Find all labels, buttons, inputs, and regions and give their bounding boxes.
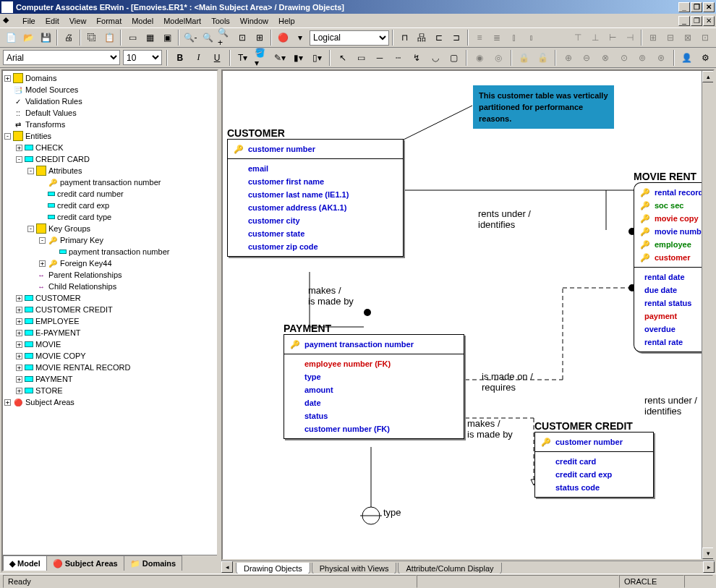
expand-toggle[interactable]: + [16, 341, 22, 348]
tree-node[interactable]: ↔Child Relationships [4, 281, 216, 292]
nonident-rel-tool[interactable]: ┄ [391, 50, 406, 66]
expand-toggle[interactable]: + [16, 388, 22, 394]
expand-toggle[interactable] [4, 122, 11, 128]
tree-node[interactable]: payment transaction number [4, 246, 216, 257]
expand-toggle[interactable]: + [16, 145, 22, 151]
expand-toggle[interactable]: + [16, 318, 22, 325]
annotation-note[interactable]: This customer table was vertically parti… [473, 85, 614, 129]
scroll-down-button[interactable]: ▾ [702, 547, 714, 559]
tree-node[interactable]: +MOVIE COPY [4, 350, 216, 362]
zoom-fit-button[interactable]: ⊡ [234, 30, 250, 46]
zoom-area-button[interactable]: ⊞ [252, 30, 268, 46]
tree-node[interactable]: ↔Parent Relationships [4, 269, 216, 281]
align-btn-5[interactable]: ⊤ [570, 30, 586, 46]
bold-button[interactable]: B [172, 50, 188, 66]
tree-node[interactable]: +MOVIE RENTAL RECORD [4, 362, 216, 373]
expand-toggle[interactable]: + [16, 376, 22, 383]
align-btn-4[interactable]: ⫾ [524, 30, 540, 46]
tree-node[interactable]: +MOVIE [4, 338, 216, 350]
model-tree[interactable]: +Domains📑Model Sources✓Validation Rules:… [3, 71, 217, 555]
expand-toggle[interactable] [4, 87, 11, 93]
mdi-close-button[interactable]: ✕ [703, 16, 715, 26]
tree-node[interactable]: -Entities [4, 130, 216, 142]
mm-btn-9[interactable]: ⊚ [634, 50, 650, 66]
tree-node[interactable]: +EMPLOYEE [4, 315, 216, 327]
many-rel-tool[interactable]: ↯ [409, 50, 425, 66]
line-color-button[interactable]: ✎▾ [272, 50, 288, 66]
copy-button[interactable]: ⿻ [84, 30, 100, 46]
text-color-button[interactable]: T▾ [235, 50, 251, 66]
tree-node[interactable]: ✓Validation Rules [4, 95, 216, 107]
sidebar-tab-model[interactable]: ◆Model [3, 555, 47, 571]
vertical-scrollbar[interactable]: ▴ ▾ [702, 71, 713, 559]
tree-node[interactable]: +CHECK [4, 142, 216, 153]
expand-toggle[interactable]: + [16, 307, 22, 313]
group-btn-4[interactable]: ⊡ [697, 30, 713, 46]
mm-btn-4[interactable]: 🔓 [534, 50, 550, 66]
mdi-restore-button[interactable]: ❐ [691, 16, 702, 26]
expand-toggle[interactable]: - [39, 237, 46, 244]
tree-node[interactable]: 📑Model Sources [4, 84, 216, 95]
diagram-btn-4[interactable]: ⊐ [448, 30, 464, 46]
zoom-normal-button[interactable]: 🔍 [200, 30, 216, 46]
tree-node[interactable]: +CUSTOMER CREDIT [4, 304, 216, 315]
menu-modelmart[interactable]: ModelMart [158, 15, 206, 27]
expand-toggle[interactable]: + [4, 399, 11, 406]
tree-node[interactable]: credit card exp [4, 200, 216, 211]
menu-help[interactable]: Help [273, 15, 300, 27]
tree-node[interactable]: 🔑payment transaction number [4, 176, 216, 188]
entity-tool[interactable]: ▭ [354, 50, 370, 66]
horizontal-scrollbar[interactable]: ◂ Drawing ObjectsPhysical with ViewsAttr… [221, 561, 715, 572]
tree-node[interactable]: +E-PAYMENT [4, 327, 216, 338]
help-button[interactable]: 👤 [679, 50, 695, 66]
canvas-tab-attribute-column-display[interactable]: Attribute/Column Display [398, 563, 501, 575]
fill-color-button[interactable]: 🪣▾ [254, 50, 270, 66]
zoom-in-button[interactable]: 🔍+ [217, 30, 233, 46]
scroll-up-button[interactable]: ▴ [702, 71, 714, 82]
open-button[interactable]: 📂 [20, 30, 36, 46]
expand-toggle[interactable]: - [16, 156, 22, 163]
dropdown-icon[interactable]: ▾ [292, 30, 308, 46]
model-mode-select[interactable]: Logical [310, 30, 389, 46]
tree-node[interactable]: -CREDIT CARD [4, 153, 216, 165]
new-button[interactable]: 📄 [3, 30, 19, 46]
diagram-btn-2[interactable]: 品 [414, 30, 430, 46]
expand-toggle[interactable] [39, 214, 46, 221]
entity-customer-credit[interactable]: 🔑customer number credit cardcredit card … [534, 432, 654, 498]
mm-btn-7[interactable]: ⊗ [597, 50, 613, 66]
entity-customer[interactable]: 🔑customer number emailcustomer first nam… [227, 139, 404, 257]
align-btn-6[interactable]: ⊥ [587, 30, 603, 46]
expand-toggle[interactable] [27, 284, 34, 290]
group-btn-2[interactable]: ⊟ [662, 30, 678, 46]
sidebar-tab-domains[interactable]: 📁Domains [124, 555, 182, 571]
expand-toggle[interactable] [4, 98, 11, 105]
color-button[interactable]: 🔴 [275, 30, 291, 46]
expand-toggle[interactable]: + [39, 260, 46, 267]
expand-toggle[interactable] [39, 191, 46, 197]
mm-btn-8[interactable]: ⊙ [616, 50, 632, 66]
menu-view[interactable]: View [64, 15, 92, 27]
toolbar-btn-1[interactable]: ▭ [124, 30, 140, 46]
tree-node[interactable]: credit card type [4, 211, 216, 223]
expand-toggle[interactable] [51, 249, 57, 255]
align-btn-3[interactable]: ⫿ [506, 30, 522, 46]
mm-btn-3[interactable]: 🔒 [516, 50, 532, 66]
font-name-select[interactable]: Arial [3, 50, 120, 65]
menu-format[interactable]: Format [91, 15, 127, 27]
restore-button[interactable]: ❐ [691, 2, 702, 12]
group-btn-1[interactable]: ⊞ [645, 30, 661, 46]
scroll-left-button[interactable]: ◂ [221, 561, 233, 573]
save-button[interactable]: 💾 [38, 30, 54, 46]
align-btn-8[interactable]: ⊣ [622, 30, 638, 46]
expand-toggle[interactable]: - [27, 226, 34, 232]
expand-toggle[interactable] [4, 110, 11, 116]
align-btn-7[interactable]: ⊢ [605, 30, 621, 46]
scroll-right-button[interactable]: ▸ [703, 561, 715, 573]
mm-btn-5[interactable]: ⊕ [561, 50, 576, 66]
fg-color-button[interactable]: ▯▾ [309, 50, 325, 66]
expand-toggle[interactable]: + [16, 330, 22, 336]
tree-node[interactable]: +Domains [4, 72, 216, 84]
menu-file[interactable]: File [17, 15, 41, 27]
subtype-tool[interactable]: ◡ [427, 50, 443, 66]
tree-node[interactable]: +CUSTOMER [4, 292, 216, 304]
